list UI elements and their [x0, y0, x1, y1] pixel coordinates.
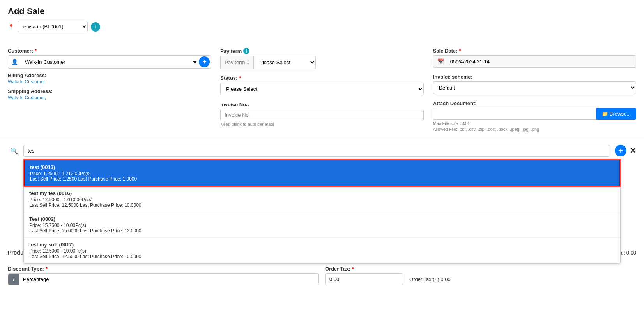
billing-address-value: Walk-In Customer: [8, 79, 211, 84]
search-bar-row: 🔍 + ✕: [8, 144, 636, 157]
dropdown-item-2[interactable]: Test (0002) Price: 15.7500 - 10.00Pc(s) …: [24, 212, 620, 238]
attach-document-wrapper: 📁 Browse...: [433, 108, 636, 120]
order-tax-right-label: Order Tax:(+) 0.00: [409, 276, 451, 282]
page-wrapper: Add Sale 📍 ehisaab (BL0001) i Customer: …: [0, 0, 644, 318]
right-column: Sale Date: * 📅 Invoice scheme: Default: [433, 48, 636, 132]
add-customer-button[interactable]: +: [199, 56, 210, 67]
item-3-price: Price: 12.5000 - 10.00Pc(s): [29, 248, 615, 254]
invoice-scheme-group: Invoice scheme: Default: [433, 74, 636, 94]
pin-icon: 📍: [8, 24, 14, 30]
sale-date-wrapper: 📅: [433, 55, 636, 68]
folder-icon: 📁: [602, 111, 608, 117]
customer-person-icon: 👤: [8, 59, 21, 65]
dropdown-item-1[interactable]: test my tes (0016) Price: 12.5000 - 1,01…: [24, 186, 620, 212]
order-tax-required: *: [352, 266, 354, 272]
discount-type-group: Discount Type: * i: [8, 266, 319, 285]
close-button[interactable]: ✕: [630, 146, 636, 155]
pay-term-input-row: Pay term ▲▼ Please Select: [220, 56, 423, 69]
calendar-icon: 📅: [433, 56, 448, 67]
item-2-last: Last Sell Price: 15.0000 Last Purchase P…: [29, 228, 615, 234]
invoice-no-group: Invoice No.: Keep blank to auto generate: [220, 102, 423, 126]
sale-date-input[interactable]: [448, 56, 636, 67]
attach-document-group: Attach Document: 📁 Browse... Max File si…: [433, 100, 636, 132]
status-label: Status: *: [220, 75, 423, 81]
status-group: Status: * Please Select: [220, 75, 423, 95]
add-product-button[interactable]: +: [615, 145, 626, 156]
allowed-file-types: Allowed File: .pdf, .csv, .zip, .doc, .d…: [433, 127, 636, 132]
customer-required: *: [35, 48, 37, 54]
product-dropdown-list: test (0013) Price: 1.2500 - 1,212.00Pc(s…: [23, 159, 621, 264]
form-section: Customer: * 👤 Walk-In Customer + Billing…: [0, 42, 644, 138]
search-icon-btn[interactable]: 🔍: [8, 144, 20, 157]
sale-date-required: *: [459, 48, 461, 54]
invoice-scheme-select[interactable]: Default: [433, 81, 636, 94]
attach-document-input[interactable]: [433, 108, 597, 120]
customer-group: Customer: * 👤 Walk-In Customer + Billing…: [8, 48, 211, 132]
billing-address-label: Billing Address:: [8, 72, 211, 78]
branch-selector: 📍 ehisaab (BL0001) i: [8, 21, 636, 32]
billing-address-group: Billing Address: Walk-In Customer: [8, 72, 211, 84]
status-required: *: [239, 75, 241, 81]
pay-term-arrows: ▲▼: [246, 59, 249, 66]
page-header: Add Sale 📍 ehisaab (BL0001) i: [0, 0, 644, 42]
product-search-area: 🔍 + ✕ test (0013) Price: 1.2500 - 1,212.…: [8, 144, 636, 157]
customer-input-wrapper: 👤 Walk-In Customer +: [8, 55, 211, 69]
browse-button[interactable]: 📁 Browse...: [596, 108, 636, 120]
item-2-price: Price: 15.7500 - 10.00Pc(s): [29, 223, 615, 228]
item-3-name: test my soft (0017): [29, 242, 615, 248]
max-file-size: Max File size: 5MB: [433, 121, 636, 126]
item-0-price: Price: 1.2500 - 1,212.00Pc(s): [30, 171, 614, 176]
item-1-last: Last Sell Price: 12.5000 Last Purchase P…: [29, 202, 615, 208]
customer-label: Customer: *: [8, 48, 211, 54]
item-3-last: Last Sell Price: 12.5000 Last Purchase P…: [29, 254, 615, 259]
dropdown-item-3[interactable]: test my soft (0017) Price: 12.5000 - 10.…: [24, 238, 620, 263]
product-search-input[interactable]: [23, 145, 610, 157]
pay-term-info-icon[interactable]: i: [243, 48, 249, 54]
discount-type-required: *: [46, 266, 48, 272]
middle-column: Pay term i Pay term ▲▼ Please Select: [220, 48, 423, 132]
branch-dropdown[interactable]: ehisaab (BL0001): [18, 21, 88, 32]
pay-term-group: Pay term i Pay term ▲▼ Please Select: [220, 48, 423, 69]
sale-date-group: Sale Date: * 📅: [433, 48, 636, 68]
status-select[interactable]: Please Select: [220, 83, 423, 95]
dropdown-item-0[interactable]: test (0013) Price: 1.2500 - 1,212.00Pc(s…: [24, 160, 620, 186]
item-1-price: Price: 12.5000 - 1,010.00Pc(s): [29, 197, 615, 202]
invoice-no-input[interactable]: [220, 109, 423, 121]
bottom-fields: Discount Type: * i Order Tax: * Order Ta…: [8, 266, 636, 285]
item-0-last: Last Sell Price: 1.2500 Last Purchase Pr…: [30, 176, 614, 182]
item-0-name: test (0013): [30, 164, 614, 170]
branch-info-button[interactable]: i: [91, 22, 100, 32]
shipping-address-value: Walk-In Customer,: [8, 95, 211, 100]
order-tax-input[interactable]: [325, 273, 403, 285]
order-tax-label: Order Tax: *: [325, 266, 636, 272]
search-icon: 🔍: [10, 147, 18, 155]
sale-date-label: Sale Date: *: [433, 48, 636, 54]
invoice-no-label: Invoice No.:: [220, 102, 423, 107]
item-1-name: test my tes (0016): [29, 190, 615, 196]
item-2-name: Test (0002): [29, 216, 615, 222]
pay-term-select[interactable]: Please Select: [253, 56, 316, 69]
invoice-hint: Keep blank to auto generate: [220, 122, 423, 126]
customer-select[interactable]: Walk-In Customer: [21, 56, 198, 68]
lower-section: 🔍 + ✕ test (0013) Price: 1.2500 - 1,212.…: [0, 138, 644, 292]
attach-document-label: Attach Document:: [433, 100, 636, 106]
pay-term-label-box: Pay term ▲▼: [220, 56, 253, 69]
discount-i-icon: i: [8, 274, 19, 285]
shipping-address-label: Shipping Address:: [8, 88, 211, 94]
discount-type-wrapper: i: [8, 273, 319, 285]
order-tax-group: Order Tax: * Order Tax:(+) 0.00: [325, 266, 636, 285]
discount-type-input[interactable]: [19, 274, 318, 285]
shipping-address-group: Shipping Address: Walk-In Customer,: [8, 88, 211, 100]
page-title: Add Sale: [8, 6, 636, 16]
pay-term-label: Pay term i: [220, 48, 423, 54]
invoice-scheme-label: Invoice scheme:: [433, 74, 636, 80]
order-tax-row: Order Tax:(+) 0.00: [325, 273, 636, 285]
discount-type-label: Discount Type: *: [8, 266, 319, 272]
